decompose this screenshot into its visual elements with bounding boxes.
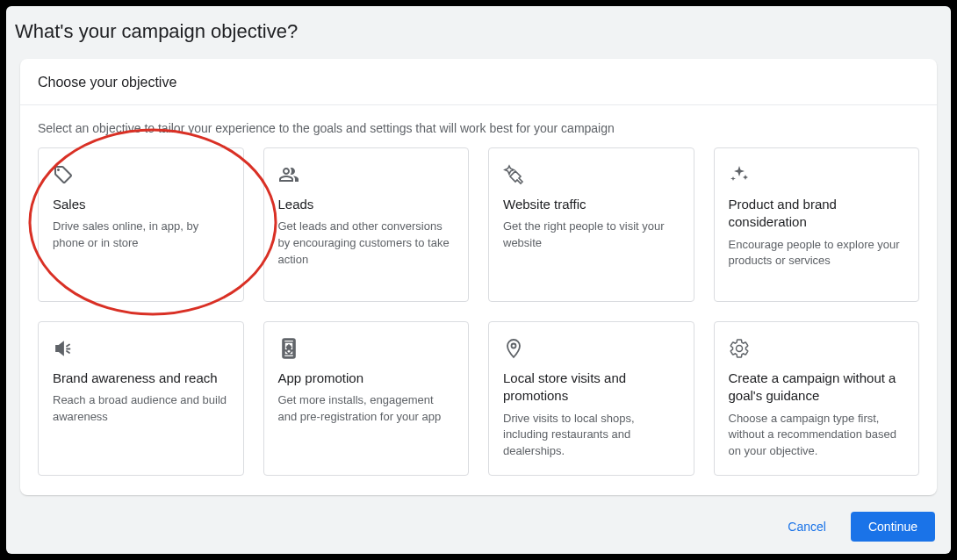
objective-desc: Drive sales online, in app, by phone or … xyxy=(53,219,229,252)
traffic-icon xyxy=(503,164,524,185)
objective-title: Sales xyxy=(53,196,229,213)
page-frame: What's your campaign objective? Choose y… xyxy=(6,6,951,554)
objective-local-store[interactable]: Local store visits and promotions Drive … xyxy=(488,321,694,476)
objective-desc: Choose a campaign type first, without a … xyxy=(729,411,905,461)
leads-icon xyxy=(278,164,299,185)
objective-title: Leads xyxy=(278,196,455,213)
objective-brand-consideration[interactable]: Product and brand consideration Encourag… xyxy=(714,147,920,302)
objective-title: Product and brand consideration xyxy=(729,196,905,232)
objective-title: Brand awareness and reach xyxy=(53,370,229,387)
pin-icon xyxy=(503,338,524,359)
objective-grid: Sales Drive sales online, in app, by pho… xyxy=(20,147,937,476)
objective-sales[interactable]: Sales Drive sales online, in app, by pho… xyxy=(38,147,244,302)
objective-desc: Drive visits to local shops, including r… xyxy=(503,411,680,461)
objective-website-traffic[interactable]: Website traffic Get the right people to … xyxy=(488,147,694,302)
footer-buttons: Cancel Continue xyxy=(774,512,935,542)
objective-app-promotion[interactable]: App promotion Get more installs, engagem… xyxy=(263,321,470,476)
sparkle-icon xyxy=(729,164,750,185)
gear-icon xyxy=(729,338,750,359)
objective-desc: Encourage people to explore your product… xyxy=(729,237,905,270)
objective-title: App promotion xyxy=(278,370,455,387)
card-description: Select an objective to tailor your exper… xyxy=(20,105,937,147)
objective-leads[interactable]: Leads Get leads and other conversions by… xyxy=(263,147,470,302)
objective-title: Local store visits and promotions xyxy=(503,370,680,406)
objective-desc: Get more installs, engagement and pre-re… xyxy=(278,392,455,426)
page-title: What's your campaign objective? xyxy=(6,6,951,59)
objective-no-goal[interactable]: Create a campaign without a goal's guida… xyxy=(714,321,920,476)
megaphone-icon xyxy=(53,338,74,359)
tag-icon xyxy=(53,164,74,185)
continue-button[interactable]: Continue xyxy=(851,512,935,542)
objective-desc: Reach a broad audience and build awarene… xyxy=(53,392,229,426)
card-header: Choose your objective xyxy=(20,59,937,105)
objective-desc: Get the right people to visit your websi… xyxy=(503,219,680,252)
objective-card-container: Choose your objective Select an objectiv… xyxy=(20,59,937,495)
app-icon xyxy=(278,338,299,359)
cancel-button[interactable]: Cancel xyxy=(774,513,840,541)
objective-desc: Get leads and other conversions by encou… xyxy=(278,219,455,269)
objective-title: Website traffic xyxy=(503,196,680,213)
objective-title: Create a campaign without a goal's guida… xyxy=(729,370,905,406)
objective-brand-awareness[interactable]: Brand awareness and reach Reach a broad … xyxy=(38,321,244,476)
